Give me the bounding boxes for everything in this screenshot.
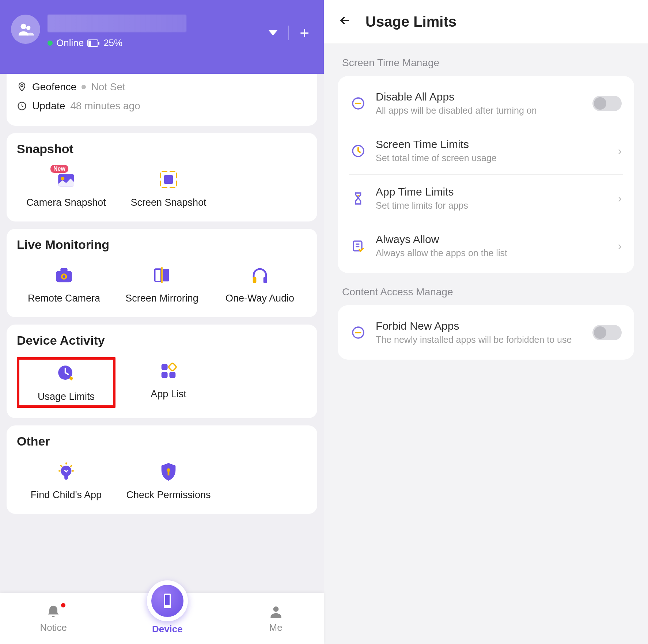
shield-icon <box>158 461 179 483</box>
camera-icon <box>53 264 75 286</box>
svg-point-29 <box>273 606 278 612</box>
disable-toggle[interactable] <box>592 96 622 111</box>
nav-notice-label: Notice <box>40 622 67 633</box>
svg-point-8 <box>61 177 65 181</box>
screen-mirroring-label: Screen Mirroring <box>125 293 198 304</box>
other-card: Other Find Child's App Check Permissions <box>7 425 317 514</box>
app-list-icon <box>158 360 179 382</box>
screen-time-sub: Set total time of screen usage <box>376 153 609 163</box>
svg-rect-3 <box>88 41 91 46</box>
snapshot-title: Snapshot <box>17 142 307 156</box>
update-value: 48 minutes ago <box>70 100 140 112</box>
usage-limits-item[interactable]: Usage Limits <box>17 357 115 408</box>
svg-point-1 <box>26 26 31 30</box>
svg-rect-28 <box>165 595 170 605</box>
nav-device[interactable]: Device <box>147 602 188 635</box>
forbid-toggle[interactable] <box>592 325 622 340</box>
find-child-app-item[interactable]: Find Child's App <box>17 458 115 504</box>
notification-dot <box>61 603 65 607</box>
nav-me[interactable]: Me <box>268 604 284 633</box>
always-allow-sub: Always allow the apps on the list <box>376 248 609 258</box>
forbid-new-apps-row[interactable]: Forbid New Apps The newly installed apps… <box>349 309 623 356</box>
dropdown-icon[interactable] <box>269 30 277 35</box>
content-access-card: Forbid New Apps The newly installed apps… <box>338 305 634 360</box>
status-dot-icon <box>82 85 86 89</box>
geofence-label: Geofence <box>32 81 76 93</box>
svg-rect-23 <box>168 363 177 371</box>
disable-all-apps-row[interactable]: Disable All Apps All apps will be disabl… <box>349 80 623 127</box>
geofence-row[interactable]: Geofence Not Set <box>17 77 307 96</box>
update-label: Update <box>32 100 65 112</box>
location-icon <box>17 82 27 92</box>
snapshot-card: Snapshot New Camera Snapshot Screen Snap… <box>7 133 317 221</box>
activity-title: Device Activity <box>17 333 307 348</box>
detail-header: Usage Limits <box>324 0 648 44</box>
device-fab-icon <box>147 580 188 621</box>
screen-time-limits-row[interactable]: Screen Time Limits Set total time of scr… <box>349 127 623 175</box>
update-row[interactable]: Update 48 minutes ago <box>17 96 307 115</box>
profile-info: Online 25% <box>48 15 269 49</box>
check-permissions-item[interactable]: Check Permissions <box>119 458 218 504</box>
page-title: Usage Limits <box>365 14 456 30</box>
section-content-access: Content Access Manage <box>324 273 648 305</box>
camera-snapshot-item[interactable]: New Camera Snapshot <box>17 166 115 211</box>
remote-camera-label: Remote Camera <box>28 293 100 304</box>
live-title: Live Monitoring <box>17 238 307 252</box>
geofence-value: Not Set <box>91 81 125 93</box>
bell-icon <box>45 604 61 620</box>
svg-rect-14 <box>155 269 161 281</box>
disable-title: Disable All Apps <box>376 91 583 103</box>
app-time-limits-row[interactable]: App Time Limits Set time limits for apps… <box>349 175 623 222</box>
add-button[interactable]: + <box>300 25 309 41</box>
screen-snapshot-item[interactable]: Screen Snapshot <box>119 166 218 211</box>
remote-camera-item[interactable]: Remote Camera <box>17 261 111 307</box>
status-label: Online <box>56 37 84 49</box>
app-time-sub: Set time limits for apps <box>376 200 609 211</box>
find-child-app-label: Find Child's App <box>31 489 102 501</box>
usage-limits-label: Usage Limits <box>38 391 95 402</box>
lightbulb-icon <box>55 461 77 483</box>
svg-point-5 <box>21 85 23 87</box>
svg-rect-22 <box>162 372 168 378</box>
always-allow-row[interactable]: Always Allow Always allow the apps on th… <box>349 222 623 269</box>
section-screen-time: Screen Time Manage <box>324 44 648 76</box>
nav-device-label: Device <box>152 624 183 635</box>
usage-limits-panel: Usage Limits Screen Time Manage Disable … <box>324 0 648 644</box>
svg-rect-20 <box>162 364 168 370</box>
clock-outline-icon <box>350 143 366 159</box>
screen-mirroring-item[interactable]: Screen Mirroring <box>115 261 209 307</box>
person-icon <box>268 604 284 620</box>
nav-notice[interactable]: Notice <box>40 604 67 633</box>
svg-rect-9 <box>164 175 173 184</box>
live-monitoring-card: Live Monitoring Remote Camera Screen Mir… <box>7 229 317 317</box>
online-dot-icon <box>48 41 53 46</box>
hourglass-icon <box>350 190 366 207</box>
disable-sub: All apps will be disabled after turning … <box>376 105 583 116</box>
other-title: Other <box>17 434 307 448</box>
svg-rect-17 <box>253 277 257 283</box>
app-time-title: App Time Limits <box>376 186 609 198</box>
chevron-right-icon: › <box>618 145 622 157</box>
device-activity-card: Device Activity Usage Limits App List <box>7 325 317 418</box>
one-way-audio-label: One-Way Audio <box>226 293 294 304</box>
screen-snapshot-icon <box>158 168 179 190</box>
back-button[interactable] <box>338 14 351 30</box>
profile-name-redacted <box>48 15 186 32</box>
profile-header: Online 25% + <box>0 0 324 74</box>
mirror-icon <box>151 264 173 286</box>
chevron-right-icon: › <box>618 192 622 205</box>
battery-value: 25% <box>103 37 122 49</box>
bottom-nav: Notice Device Me <box>0 593 324 644</box>
forbid-icon <box>350 325 366 341</box>
svg-rect-18 <box>264 277 267 283</box>
svg-point-24 <box>61 466 72 476</box>
app-list-item[interactable]: App List <box>119 357 218 408</box>
one-way-audio-item[interactable]: One-Way Audio <box>213 261 307 307</box>
divider <box>288 26 289 40</box>
avatar[interactable] <box>11 15 40 44</box>
screen-snapshot-label: Screen Snapshot <box>130 197 206 208</box>
device-panel: Online 25% + Geofence Not Set Update <box>0 0 324 644</box>
new-badge: New <box>50 165 68 173</box>
svg-point-13 <box>62 275 65 278</box>
svg-point-0 <box>21 24 26 29</box>
